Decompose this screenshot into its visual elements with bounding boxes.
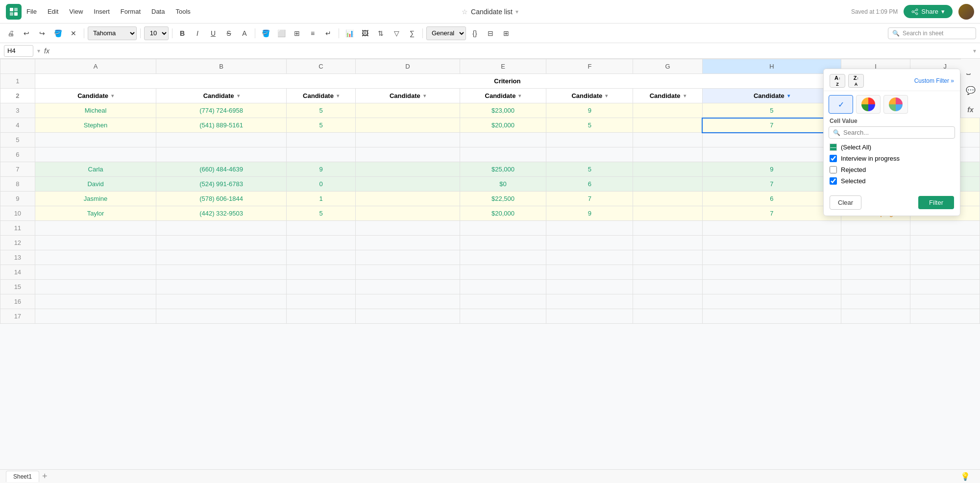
merge-button[interactable]: ⊞ — [290, 26, 304, 40]
menu-tools[interactable]: Tools — [174, 6, 191, 17]
cell-e7[interactable]: $25,000 — [460, 162, 546, 177]
dropdown-a-icon[interactable]: ▾ — [111, 93, 114, 98]
underline-button[interactable]: U — [206, 26, 220, 40]
fill-color-button[interactable]: 🪣 — [259, 26, 272, 40]
menu-data[interactable]: Data — [150, 6, 166, 17]
cell-a5[interactable] — [35, 133, 156, 147]
bold-button[interactable]: B — [176, 27, 189, 40]
cell-e6[interactable] — [460, 147, 546, 162]
cell-g4[interactable] — [633, 118, 703, 133]
cell-a6[interactable] — [35, 147, 156, 162]
filter-search-input[interactable] — [843, 129, 951, 136]
filter-option-select-all[interactable]: — (Select All) — [829, 142, 955, 153]
cell-c3[interactable]: 5 — [286, 103, 356, 118]
menu-insert[interactable]: Insert — [93, 6, 111, 17]
share-button[interactable]: Share ▾ — [904, 5, 953, 18]
cell-h8[interactable]: 7 — [702, 177, 841, 192]
cell-c6[interactable] — [286, 147, 356, 162]
image-button[interactable]: 🖼 — [358, 26, 372, 40]
cell-h4[interactable]: 7 — [702, 118, 841, 133]
col-header-d[interactable]: D — [356, 59, 460, 74]
menu-edit[interactable]: Edit — [47, 6, 59, 17]
checkbox-selected[interactable] — [830, 177, 837, 185]
custom-filter-link[interactable]: Custom Filter » — [914, 77, 954, 84]
cell-e4[interactable]: $20,000 — [460, 118, 546, 133]
print-button[interactable]: 🖨 — [4, 26, 18, 40]
cell-a10[interactable]: Taylor — [35, 206, 156, 221]
italic-button[interactable]: I — [191, 26, 204, 40]
cell-h6[interactable] — [702, 147, 841, 162]
title-arrow-icon[interactable]: ▾ — [515, 8, 518, 15]
cell-h7[interactable]: 9 — [702, 162, 841, 177]
star-icon[interactable]: ☆ — [462, 8, 468, 16]
cell-f4[interactable]: 5 — [546, 118, 633, 133]
cell-f3[interactable]: 9 — [546, 103, 633, 118]
row-stats-button[interactable]: ⊞ — [499, 26, 513, 40]
menu-file[interactable]: File — [25, 6, 38, 17]
cell-e9[interactable]: $22,500 — [460, 192, 546, 206]
font-family-select[interactable]: Tahoma — [88, 26, 137, 40]
cell-g10[interactable] — [633, 206, 703, 221]
borders-button[interactable]: ⬜ — [274, 26, 288, 40]
dropdown-c-icon[interactable]: ▾ — [337, 93, 339, 98]
cell-e3[interactable]: $23,000 — [460, 103, 546, 118]
cell-b8[interactable]: (524) 991-6783 — [156, 177, 286, 192]
filter-tab-color1[interactable] — [856, 95, 881, 114]
dropdown-b-icon[interactable]: ▾ — [237, 93, 240, 98]
clear-button[interactable]: Clear — [830, 195, 861, 210]
cell-f6[interactable] — [546, 147, 633, 162]
filter-option-rejected[interactable]: Rejected — [829, 164, 955, 175]
filter-apply-button[interactable]: Filter — [918, 196, 954, 209]
align-button[interactable]: ≡ — [306, 26, 319, 40]
cell-d7[interactable] — [356, 162, 460, 177]
panel-fx-icon[interactable]: fx — [963, 102, 979, 118]
menu-format[interactable]: Format — [120, 6, 142, 17]
cell-e5[interactable] — [460, 133, 546, 147]
col-header-e[interactable]: E — [460, 59, 546, 74]
cell-g8[interactable] — [633, 177, 703, 192]
bottom-icon-1[interactable]: 💡 — [960, 472, 970, 481]
filter-option-selected[interactable]: Selected — [829, 175, 955, 187]
filter-search-box[interactable]: 🔍 — [829, 126, 955, 139]
cell-e8[interactable]: $0 — [460, 177, 546, 192]
cell-reference-input[interactable] — [4, 45, 33, 57]
cell-a4[interactable]: Stephen — [35, 118, 156, 133]
cell-g9[interactable] — [633, 192, 703, 206]
cell-d5[interactable] — [356, 133, 460, 147]
formula-input[interactable] — [53, 46, 969, 55]
cell-c4[interactable]: 5 — [286, 118, 356, 133]
number-format-select[interactable]: General — [426, 26, 466, 40]
cell-b9[interactable]: (578) 606-1844 — [156, 192, 286, 206]
search-box[interactable]: 🔍 Search in sheet — [888, 27, 976, 39]
cell-d10[interactable] — [356, 206, 460, 221]
cell-b6[interactable] — [156, 147, 286, 162]
cell-e10[interactable]: $20,000 — [460, 206, 546, 221]
dropdown-h-icon[interactable]: ▾ — [787, 93, 790, 98]
cell-g5[interactable] — [633, 133, 703, 147]
menu-view[interactable]: View — [68, 6, 84, 17]
cell-c5[interactable] — [286, 133, 356, 147]
cell-c7[interactable]: 9 — [286, 162, 356, 177]
cell-g3[interactable] — [633, 103, 703, 118]
cell-c9[interactable]: 1 — [286, 192, 356, 206]
cell-h10[interactable]: 7 — [702, 206, 841, 221]
sort-asc-button[interactable]: A↑Z — [830, 74, 845, 88]
cell-f9[interactable]: 7 — [546, 192, 633, 206]
filter-tab-color2[interactable] — [883, 95, 908, 114]
cell-h9[interactable]: 6 — [702, 192, 841, 206]
cell-a7[interactable]: Carla — [35, 162, 156, 177]
cell-b7[interactable]: (660) 484-4639 — [156, 162, 286, 177]
panel-comment-icon[interactable]: 💬 — [963, 82, 979, 98]
col-header-c[interactable]: C — [286, 59, 356, 74]
strikethrough-button[interactable]: S — [222, 26, 236, 40]
cell-f5[interactable] — [546, 133, 633, 147]
col-stats-button[interactable]: ⊟ — [484, 26, 497, 40]
clear-format-button[interactable]: ✕ — [67, 26, 80, 40]
cell-b4[interactable]: (541) 889-5161 — [156, 118, 286, 133]
cell-f8[interactable]: 6 — [546, 177, 633, 192]
col-header-b[interactable]: B — [156, 59, 286, 74]
checkbox-rejected[interactable] — [830, 166, 837, 173]
cell-d9[interactable] — [356, 192, 460, 206]
cell-a3[interactable]: Micheal — [35, 103, 156, 118]
col-header-g[interactable]: G — [633, 59, 703, 74]
